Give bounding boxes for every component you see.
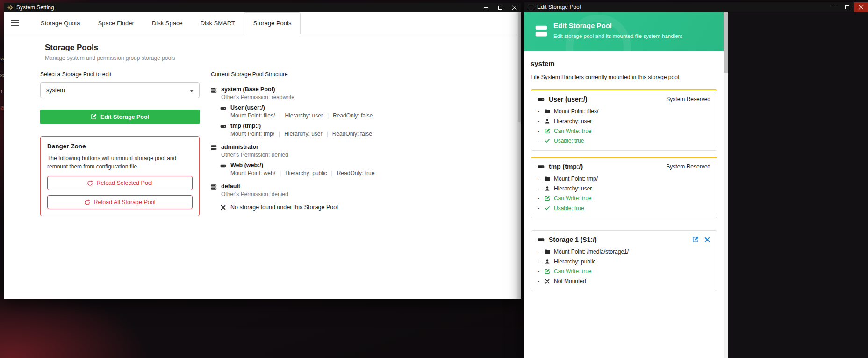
server-icon: [211, 87, 217, 93]
server-icon: [535, 24, 548, 37]
maximize-button[interactable]: [493, 3, 507, 12]
handler-property: Can Write: true: [538, 268, 710, 275]
window-controls: [479, 3, 521, 12]
desktop-background: W xt 1. @ System Setting Storage Quota S…: [0, 0, 868, 358]
scrollbar[interactable]: [724, 12, 728, 358]
page-banner: Edit Storage Pool Edit storage pool and …: [524, 12, 724, 51]
storage-details: Mount Point: tmp/Hierarchy: userReadOnly…: [230, 131, 372, 137]
x-icon: [545, 278, 550, 284]
tab-disk-space[interactable]: Disk Space: [143, 12, 192, 34]
handler-property: Can Write: true: [538, 195, 710, 202]
handler-card-tmp: tmp (tmp:/) System Reserved Mount Point:…: [531, 157, 717, 218]
storage-row: Web (web:/) Mount Point: web/Hierarchy: …: [220, 162, 482, 176]
server-icon: [211, 145, 217, 151]
pool-name: administrator: [221, 144, 288, 150]
handler-property: Mount Point: tmp/: [538, 175, 710, 182]
storage-name: User (user:/): [230, 104, 373, 111]
person-icon: [545, 186, 550, 191]
pool-row: system (Base Pool) Other's Permission: r…: [211, 86, 482, 101]
pool-permission: Other's Permission: denied: [221, 191, 288, 197]
minimize-button[interactable]: [479, 3, 493, 12]
titlebar: System Setting: [4, 3, 521, 12]
maximize-icon: [845, 5, 849, 9]
handler-name: User (user:/): [549, 95, 587, 103]
scrollbar-thumb[interactable]: [724, 12, 728, 73]
handler-card-storage1: Storage 1 (S1:/) Mount Point: /media/sto…: [531, 230, 717, 291]
close-icon: [512, 5, 517, 10]
selected-pool-value: system: [46, 87, 65, 94]
maximize-button[interactable]: [840, 2, 854, 12]
handler-property: Usable: true: [538, 205, 710, 212]
refresh-icon: [87, 180, 93, 186]
edit-storage-pool-button[interactable]: Edit Storage Pool: [40, 110, 200, 124]
remove-handler-button[interactable]: [704, 236, 710, 243]
check-icon: [545, 138, 550, 144]
menu-icon: [528, 5, 534, 10]
titlebar: Edit Storage Pool: [524, 2, 868, 12]
storage-pool-select[interactable]: system: [40, 82, 200, 98]
reload-all-pool-button[interactable]: Reload All Storage Pool: [47, 195, 193, 209]
server-icon: [211, 184, 217, 190]
handlers-description: File System Handlers currently mounted i…: [531, 74, 717, 80]
pool-name: system (Base Pool): [221, 86, 294, 93]
handler-name: tmp (tmp:/): [549, 163, 583, 170]
banner-subtitle: Edit storage pool and its mounted file s…: [553, 33, 682, 39]
system-reserved-badge: System Reserved: [666, 163, 710, 170]
window-title: Edit Storage Pool: [537, 4, 581, 10]
handler-property: Hierarchy: user: [538, 118, 710, 124]
page-subtitle: Manage system and permission group stora…: [45, 55, 175, 61]
hdd-icon: [538, 163, 545, 170]
danger-zone-title: Danger Zone: [47, 143, 193, 150]
handler-property: Not Mounted: [538, 278, 710, 285]
select-pool-label: Select a Storage Pool to edit: [40, 71, 200, 78]
storage-row: tmp (tmp:/) Mount Point: tmp/Hierarchy: …: [220, 123, 482, 137]
empty-pool-row: No storage found under this Storage Pool: [220, 204, 482, 211]
pool-row: administrator Other's Permission: denied: [211, 144, 482, 158]
handler-actions: [692, 236, 710, 243]
person-icon: [545, 259, 550, 264]
tab-disk-smart[interactable]: Disk SMART: [192, 12, 244, 34]
tab-storage-quota[interactable]: Storage Quota: [32, 12, 89, 34]
storage-name: tmp (tmp:/): [230, 123, 372, 129]
tab-storage-pools[interactable]: Storage Pools: [244, 12, 301, 34]
minimize-button[interactable]: [826, 2, 840, 12]
check-icon: [545, 205, 550, 211]
hdd-icon: [538, 236, 545, 243]
pool-edit-column: Select a Storage Pool to edit system Edi…: [40, 71, 200, 216]
pool-name: default: [221, 183, 288, 190]
pool-permission: Other's Permission: denied: [221, 152, 288, 158]
handler-property: Mount Point: files/: [538, 108, 710, 115]
close-icon: [859, 5, 864, 10]
edit-handler-button[interactable]: [692, 236, 699, 243]
reload-selected-pool-button[interactable]: Reload Selected Pool: [47, 176, 193, 190]
danger-zone-card: Danger Zone The following buttons will u…: [40, 136, 200, 216]
handler-property: Hierarchy: user: [538, 185, 710, 192]
scrollbar[interactable]: [517, 12, 521, 299]
handler-property: Hierarchy: public: [538, 258, 710, 265]
hdd-icon: [220, 105, 226, 111]
maximize-icon: [498, 6, 502, 10]
storage-details: Mount Point: files/Hierarchy: userReadOn…: [230, 112, 373, 119]
close-button[interactable]: [507, 3, 521, 12]
tab-space-finder[interactable]: Space Finder: [89, 12, 143, 34]
pool-name-heading: system: [531, 59, 717, 67]
chevron-down-icon: [190, 90, 194, 92]
folder-icon: [545, 176, 550, 182]
scrollbar-thumb[interactable]: [518, 12, 521, 122]
pool-permission: Other's Permission: readwrite: [221, 94, 294, 101]
edit-icon: [545, 196, 550, 201]
page-title: Storage Pools: [45, 43, 175, 52]
storage-name: Web (web:/): [230, 162, 374, 168]
edit-icon: [545, 269, 550, 274]
close-button[interactable]: [854, 2, 868, 12]
tab-bar: Storage Quota Space Finder Disk Space Di…: [4, 12, 521, 34]
storage-row: User (user:/) Mount Point: files/Hierarc…: [220, 104, 482, 119]
menu-button[interactable]: [11, 12, 19, 34]
handler-name: Storage 1 (S1:/): [549, 236, 597, 243]
edit-icon: [545, 128, 550, 134]
window-background: [728, 12, 868, 358]
gear-icon: [7, 5, 13, 10]
folder-icon: [545, 249, 550, 255]
handler-property: Usable: true: [538, 138, 710, 144]
storage-details: Mount Point: web/Hierarchy: publicReadOn…: [230, 170, 374, 176]
